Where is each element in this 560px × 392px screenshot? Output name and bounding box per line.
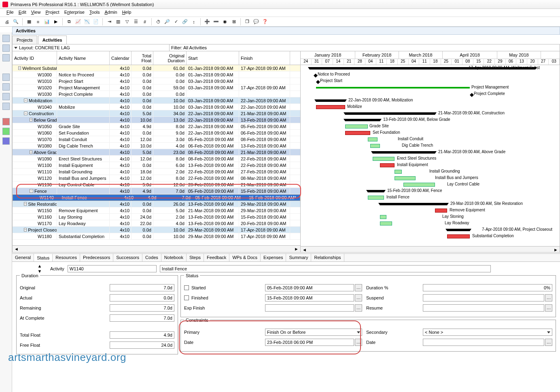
detail-tab-wps-docs[interactable]: WPs & Docs (229, 254, 261, 261)
task-bar[interactable] (373, 157, 395, 161)
today-icon[interactable]: ◉ (221, 18, 229, 25)
task-bar[interactable] (368, 196, 384, 200)
rail-icon-2[interactable] (2, 44, 10, 52)
expfinish-date-picker[interactable]: … (355, 304, 362, 312)
wbs-row[interactable]: −Wellmont Substation4x100.0d61.0d01-Jan-… (13, 65, 300, 72)
gantt-chart[interactable]: 17-Apr-2018 09:00 AM, Wellmont SubstNoti… (301, 65, 560, 246)
task-bar[interactable] (368, 137, 378, 141)
original-value[interactable]: 7.0d (110, 284, 174, 291)
activity-id-field[interactable] (68, 265, 157, 272)
constraint-date2[interactable] (423, 339, 544, 346)
layout-selector[interactable]: Layout: CONCRETE LAG (13, 44, 170, 51)
task-bar[interactable] (345, 124, 368, 129)
activity-row[interactable]: W1050Grade Site4x104.9d8.0d22-Jan-2018 0… (13, 123, 300, 130)
window-icon[interactable]: ❐ (244, 18, 251, 25)
collapse-icon[interactable]: − (24, 99, 28, 102)
activity-row[interactable]: W1180Substantial Completion4x100.0d10.0d… (13, 233, 300, 240)
summary-bar[interactable] (316, 99, 345, 102)
task-bar[interactable] (380, 215, 386, 219)
summary-bar[interactable] (447, 229, 470, 231)
expfinish-date[interactable] (265, 304, 354, 312)
hash-icon[interactable]: # (141, 18, 148, 25)
activity-row[interactable]: W1080Dig Cable Trench4x1010.0d4.0d06-Feb… (13, 143, 300, 149)
menu-tools[interactable]: Tools (89, 10, 100, 16)
task-bar[interactable] (380, 221, 392, 226)
activity-row[interactable]: W1160Lay Stoning4x1024.0d2.0d13-Feb-2018… (13, 214, 300, 220)
columns-icon[interactable]: ▥ (115, 18, 122, 25)
activity-row[interactable]: W1150Remove Equipment4x100.0d5.0d21-Mar-… (13, 207, 300, 214)
summary-bar[interactable] (345, 119, 380, 121)
activity-row[interactable]: W1040Mobilize4x100.0d10.0d03-Jan-2018 09… (13, 104, 300, 110)
prev-activity-button[interactable]: ▲ (36, 263, 43, 268)
activity-row[interactable]: W1140Install Fence4x104.9d7.0d05-Feb-201… (13, 194, 300, 201)
schedule-icon[interactable]: ⏱ (155, 18, 162, 25)
activity-row[interactable]: W1090Erect Steel Structures4x1012.0d8.0d… (13, 156, 300, 162)
rail-icon-5[interactable] (2, 83, 10, 91)
detail-tab-summary[interactable]: Summary (286, 254, 311, 261)
activity-row[interactable]: W1000Notice to Proceed4x100.0d0.0d01-Jan… (13, 72, 300, 78)
wbs-row[interactable]: −Below Grade4x1010.0d13.0d22-Jan-2018 09… (13, 117, 300, 123)
detail-tab-general[interactable]: General (12, 254, 34, 261)
wbs-row[interactable]: −Construction4x105.0d34.0d22-Jan-2018 09… (13, 110, 300, 117)
report-icon[interactable]: 📄 (92, 18, 100, 25)
constraint-date[interactable]: 23-Feb-2018 06:00 PM (265, 339, 354, 346)
menu-file[interactable]: File (6, 10, 14, 16)
task-bar[interactable] (435, 209, 447, 213)
summary-bar[interactable] (380, 203, 447, 205)
rail-icon-6[interactable] (2, 93, 10, 100)
finished-date-picker[interactable]: … (355, 294, 362, 301)
expand-icon[interactable]: ⊞ (230, 18, 238, 25)
print-icon[interactable]: 🖨 (3, 18, 11, 25)
collapse-icon[interactable]: − (30, 150, 32, 154)
durationpct-value[interactable]: 0% (423, 284, 552, 291)
run-icon[interactable]: ▶ (52, 18, 59, 25)
task-bar[interactable] (380, 163, 395, 167)
menu-project[interactable]: Project (45, 10, 59, 16)
task-bar[interactable] (345, 131, 370, 135)
collapse-icon[interactable]: − (30, 189, 33, 193)
col-finish[interactable]: Finish (239, 51, 290, 65)
collapse-icon[interactable]: − (24, 202, 27, 206)
task-bar[interactable] (403, 183, 435, 187)
collapse-icon[interactable]: − (30, 118, 32, 122)
activity-name-field[interactable] (160, 265, 491, 272)
detail-tab-expenses[interactable]: Expenses (261, 254, 286, 261)
task-bar[interactable] (316, 105, 345, 109)
detail-tab-predecessors[interactable]: Predecessors (80, 254, 113, 261)
col-orig-duration[interactable]: Original Duration (153, 51, 187, 65)
activity-row[interactable]: W1030Project Complete4x100.0d0.0d (13, 91, 300, 97)
secondary-constraint-select[interactable]: < None > (423, 329, 552, 336)
rail-icon-7[interactable] (2, 103, 10, 110)
indent-icon[interactable]: ⇥ (106, 18, 113, 25)
finished-checkbox[interactable] (184, 295, 189, 300)
copy-icon[interactable]: ⧉ (66, 18, 73, 25)
tab-projects[interactable]: Projects (12, 36, 37, 44)
started-date[interactable]: 05-Feb-2018 09:00 AM (265, 284, 354, 291)
detail-tab-steps[interactable]: Steps (187, 254, 204, 261)
rail-icon-4[interactable] (2, 74, 10, 81)
suspend-value[interactable] (423, 294, 544, 301)
rail-icon-3[interactable] (2, 54, 10, 61)
detail-tab-feedback[interactable]: Feedback (204, 254, 229, 261)
wbs-row[interactable]: −Mobilization4x100.0d10.0d03-Jan-2018 09… (13, 97, 300, 104)
task-bar[interactable] (447, 234, 470, 238)
activity-row[interactable]: W1020Project Management4x100.0d59.0d03-J… (13, 84, 300, 91)
constraint-date-picker[interactable]: … (355, 339, 362, 346)
menu-admin[interactable]: Admin (104, 10, 117, 16)
detail-tab-resources[interactable]: Resources (53, 254, 80, 261)
rail-icon-10[interactable] (2, 137, 10, 145)
activity-row[interactable]: W1170Lay Roadway4x1022.0d4.0d13-Feb-2018… (13, 220, 300, 227)
group-icon[interactable]: ☰ (132, 18, 140, 25)
summary-bar[interactable] (368, 190, 384, 192)
chat-icon[interactable]: 💬 (252, 18, 260, 25)
menu-help[interactable]: Help (122, 10, 132, 16)
activity-row[interactable]: W1100Install Equipment4x100.0d6.0d13-Feb… (13, 162, 300, 169)
task-bar[interactable] (316, 87, 470, 89)
primary-constraint-select[interactable]: Finish On or Before (265, 329, 362, 336)
col-calendar[interactable]: Calendar (110, 51, 132, 65)
col-activity-name[interactable]: Activity Name (57, 51, 110, 65)
activity-row[interactable]: W1070Install Conduit4x1012.0d3.0d05-Feb-… (13, 136, 300, 143)
activity-row[interactable]: W1130Lay Control Cable4x105.0d12.0d28-Fe… (13, 181, 300, 188)
detail-tab-notebook[interactable]: Notebook (161, 254, 187, 261)
milestone-marker[interactable] (470, 91, 474, 95)
